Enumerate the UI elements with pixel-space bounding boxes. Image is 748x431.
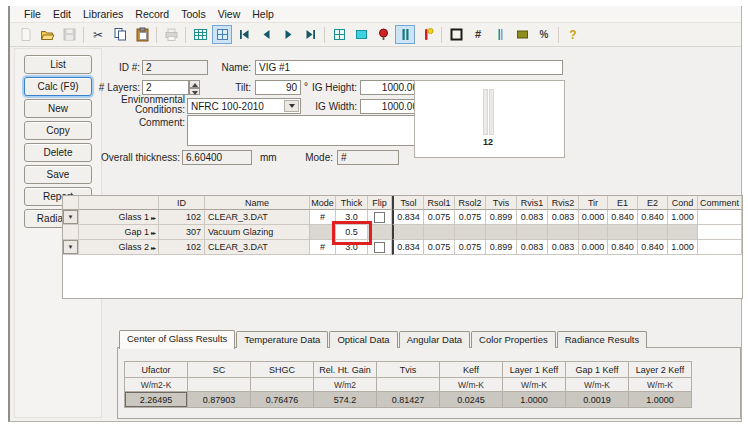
- ig-height-field[interactable]: 1000.00: [360, 80, 422, 95]
- copy-button[interactable]: Copy: [24, 121, 92, 140]
- ig-width-field[interactable]: 1000.00: [360, 99, 422, 114]
- row-expand-button[interactable]: ▼: [63, 240, 78, 254]
- tilt-field[interactable]: 90: [255, 80, 301, 95]
- cell-rvis1[interactable]: 0.083: [517, 240, 548, 255]
- menu-record[interactable]: Record: [129, 7, 175, 21]
- nav-first-icon[interactable]: [234, 25, 254, 44]
- spin-up-icon[interactable]: [189, 80, 200, 88]
- row-label-gap1[interactable]: Gap 1▸▸: [79, 225, 159, 240]
- result-value-sc[interactable]: 0.87903: [188, 392, 251, 408]
- tab-center-of-glass-results[interactable]: Center of Glass Results: [119, 330, 235, 349]
- layers-field[interactable]: 2: [142, 80, 189, 95]
- cell-comment[interactable]: [698, 225, 742, 240]
- double-arrow-icon[interactable]: ▸▸: [151, 244, 155, 251]
- glass-library-icon[interactable]: [351, 25, 371, 44]
- cell-name[interactable]: Vacuum Glazing: [205, 225, 310, 240]
- menu-file[interactable]: File: [18, 7, 47, 21]
- result-value-ufactor[interactable]: 2.26495: [125, 392, 188, 408]
- help-icon[interactable]: ?: [563, 25, 583, 44]
- header-row-label-col: [79, 196, 159, 210]
- cell-id[interactable]: 102: [159, 210, 205, 225]
- spin-down-icon[interactable]: [189, 88, 200, 96]
- cell-tir[interactable]: 0.000: [579, 240, 608, 255]
- cell-cond[interactable]: 1.000: [668, 240, 698, 255]
- new-button[interactable]: New: [24, 99, 92, 118]
- glazing-system-library-icon[interactable]: [395, 25, 415, 44]
- double-arrow-icon[interactable]: ▸▸: [151, 214, 155, 221]
- result-value-layer2-keff[interactable]: 1.0000: [629, 392, 692, 408]
- cell-cond[interactable]: 1.000: [668, 210, 698, 225]
- env-conditions-dropdown[interactable]: NFRC 100-2010: [187, 98, 301, 114]
- print-icon[interactable]: [161, 25, 181, 44]
- row-expand-button[interactable]: ▼: [63, 210, 78, 224]
- percent-units-icon[interactable]: %: [534, 25, 554, 44]
- cell-tvis[interactable]: 0.899: [486, 210, 517, 225]
- window-library-icon[interactable]: [329, 25, 349, 44]
- save-button[interactable]: Save: [24, 165, 92, 184]
- cell-e2[interactable]: 0.840: [638, 210, 668, 225]
- cell-rsol1[interactable]: 0.075: [424, 240, 455, 255]
- dropdown-arrow-icon[interactable]: [284, 100, 299, 112]
- cell-id[interactable]: 102: [159, 240, 205, 255]
- cell-rsol2[interactable]: 0.075: [455, 210, 486, 225]
- cut-icon[interactable]: ✂: [88, 25, 108, 44]
- cell-name[interactable]: CLEAR_3.DAT: [205, 210, 310, 225]
- divider-library-icon[interactable]: #: [468, 25, 488, 44]
- nav-last-icon[interactable]: [300, 25, 320, 44]
- cell-name[interactable]: CLEAR_3.DAT: [205, 240, 310, 255]
- cell-tsol[interactable]: 0.834: [392, 210, 424, 225]
- result-value-rel-ht-gain[interactable]: 574.2: [314, 392, 377, 408]
- detail-view-icon[interactable]: [212, 25, 232, 44]
- tab-radiance-results[interactable]: Radiance Results: [557, 331, 647, 348]
- new-document-icon[interactable]: [15, 25, 35, 44]
- list-view-icon[interactable]: [190, 25, 210, 44]
- id-field[interactable]: 2: [142, 60, 208, 75]
- cell-rvis1[interactable]: 0.083: [517, 210, 548, 225]
- tab-temperature-data[interactable]: Temperature Data: [236, 331, 328, 348]
- row-label-glass1[interactable]: Glass 1▸▸: [79, 210, 159, 225]
- cell-rsol1[interactable]: 0.075: [424, 210, 455, 225]
- name-field[interactable]: VIG #1: [255, 60, 563, 75]
- cell-comment[interactable]: [698, 210, 742, 225]
- result-value-shgc[interactable]: 0.76476: [251, 392, 314, 408]
- nav-next-icon[interactable]: [278, 25, 298, 44]
- frame-library-icon[interactable]: [446, 25, 466, 44]
- menu-libraries[interactable]: Libraries: [77, 7, 129, 21]
- tab-color-properties[interactable]: Color Properties: [471, 331, 556, 348]
- tab-angular-data[interactable]: Angular Data: [399, 331, 470, 348]
- open-folder-icon[interactable]: [37, 25, 57, 44]
- cell-tvis[interactable]: 0.899: [486, 240, 517, 255]
- cell-e1[interactable]: 0.840: [608, 240, 638, 255]
- cell-id[interactable]: 307: [159, 225, 205, 240]
- cell-comment[interactable]: [698, 240, 742, 255]
- nav-previous-icon[interactable]: [256, 25, 276, 44]
- cell-rsol2[interactable]: 0.075: [455, 240, 486, 255]
- shading-library-icon[interactable]: [490, 25, 510, 44]
- tab-optical-data[interactable]: Optical Data: [329, 331, 397, 348]
- cell-rvis2[interactable]: 0.083: [548, 210, 579, 225]
- cell-e2[interactable]: 0.840: [638, 240, 668, 255]
- menu-view[interactable]: View: [212, 7, 247, 21]
- environmental-conditions-icon[interactable]: [417, 25, 437, 44]
- cell-rvis2[interactable]: 0.083: [548, 240, 579, 255]
- gas-library-icon[interactable]: [373, 25, 393, 44]
- material-library-icon[interactable]: [512, 25, 532, 44]
- result-value-layer1-keff[interactable]: 1.0000: [503, 392, 566, 408]
- cell-tsol[interactable]: 0.834: [392, 240, 424, 255]
- paste-icon[interactable]: [132, 25, 152, 44]
- menu-help[interactable]: Help: [246, 7, 280, 21]
- flip-checkbox[interactable]: [374, 242, 385, 253]
- menu-tools[interactable]: Tools: [175, 7, 212, 21]
- result-value-tvis[interactable]: 0.81427: [377, 392, 440, 408]
- menu-edit[interactable]: Edit: [47, 7, 77, 21]
- cell-tir[interactable]: 0.000: [579, 210, 608, 225]
- save-icon[interactable]: [59, 25, 79, 44]
- layers-stepper[interactable]: [189, 80, 200, 95]
- result-value-keff[interactable]: 0.0245: [440, 392, 503, 408]
- double-arrow-icon[interactable]: ▸▸: [151, 229, 155, 236]
- result-value-gap1-keff[interactable]: 0.0019: [566, 392, 629, 408]
- row-label-glass2[interactable]: Glass 2▸▸: [79, 240, 159, 255]
- cell-e1[interactable]: 0.840: [608, 210, 638, 225]
- flip-checkbox[interactable]: [374, 212, 385, 223]
- copy-icon[interactable]: [110, 25, 130, 44]
